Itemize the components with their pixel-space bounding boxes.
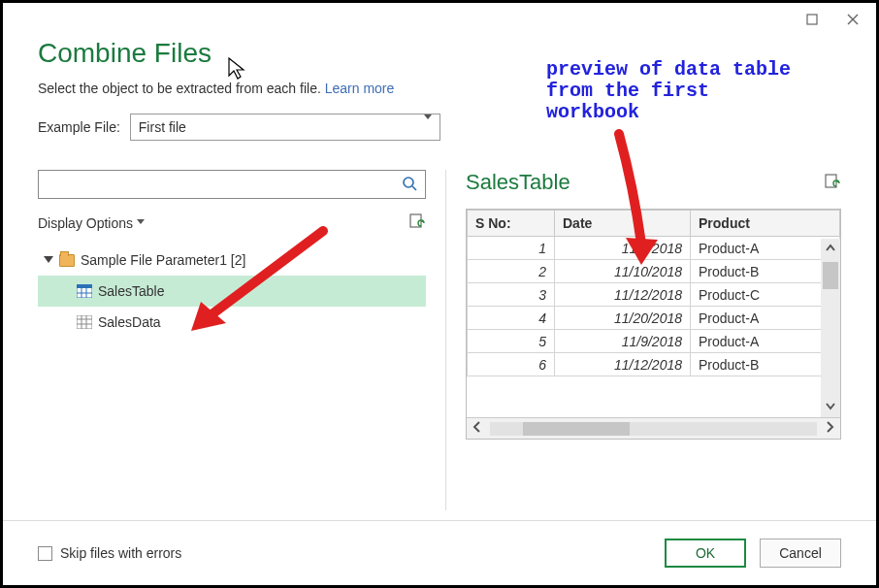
preview-header: SalesTable (466, 170, 841, 195)
example-file-dropdown[interactable]: First file (130, 114, 440, 141)
cell-product: Product-C (691, 283, 840, 307)
svg-rect-0 (807, 15, 817, 24)
table-row[interactable]: 111/6/2018Product-A (468, 237, 840, 260)
table-header-row: S No: Date Product (468, 211, 840, 237)
worksheet-icon (77, 315, 92, 329)
tree-item-label: SalesData (98, 314, 161, 330)
svg-rect-12 (77, 315, 92, 329)
cell-sno: 6 (468, 353, 555, 376)
cell-product: Product-A (691, 237, 840, 260)
table-row[interactable]: 311/12/2018Product-C (468, 283, 840, 307)
horizontal-scrollbar[interactable] (467, 417, 840, 439)
svg-point-3 (404, 178, 413, 187)
display-options-row: Display Options (38, 212, 426, 233)
cell-product: Product-B (691, 353, 840, 376)
cell-date: 11/6/2018 (555, 237, 691, 260)
learn-more-link[interactable]: Learn more (325, 81, 395, 96)
cell-sno: 3 (468, 283, 555, 307)
cell-date: 11/9/2018 (555, 330, 691, 353)
table-icon (77, 284, 92, 298)
maximize-button[interactable] (795, 7, 830, 32)
svg-line-4 (412, 186, 416, 190)
scroll-down-icon[interactable] (824, 400, 837, 415)
table-row[interactable]: 411/20/2018Product-A (468, 307, 840, 330)
dialog-titlebar (3, 3, 876, 32)
tree-item-label: SalesTable (98, 283, 165, 299)
footer-buttons: OK Cancel (665, 539, 841, 568)
checkbox-icon (38, 546, 52, 561)
refresh-icon[interactable] (408, 212, 426, 233)
scrollbar-track[interactable] (490, 422, 817, 436)
search-input[interactable] (47, 176, 402, 193)
left-pane: Display Options Sample File Parameter1 [… (38, 170, 426, 510)
tree-root[interactable]: Sample File Parameter1 [2] (38, 245, 426, 276)
cell-sno: 4 (468, 307, 555, 330)
cell-product: Product-B (691, 260, 840, 283)
display-options-label: Display Options (38, 215, 133, 231)
scroll-up-icon[interactable] (824, 241, 837, 256)
table-row[interactable]: 511/9/2018Product-A (468, 330, 840, 353)
combine-files-dialog: Combine Files Select the object to be ex… (0, 0, 879, 588)
search-icon (402, 176, 417, 194)
scrollbar-thumb[interactable] (823, 262, 838, 289)
skip-files-label: Skip files with errors (60, 545, 181, 561)
example-file-label: Example File: (38, 119, 120, 135)
col-header[interactable]: Product (691, 211, 840, 237)
subtitle-text: Select the object to be extracted from e… (38, 81, 325, 96)
cell-date: 11/12/2018 (555, 353, 691, 376)
display-options-button[interactable]: Display Options (38, 215, 145, 231)
dialog-footer: Skip files with errors OK Cancel (3, 520, 876, 585)
skip-files-checkbox[interactable]: Skip files with errors (38, 545, 181, 561)
preview-grid: S No: Date Product 111/6/2018Product-A21… (466, 209, 841, 440)
cell-date: 11/10/2018 (555, 260, 691, 283)
page-subtitle: Select the object to be extracted from e… (38, 81, 841, 96)
scroll-left-icon[interactable] (471, 420, 482, 438)
refresh-preview-icon[interactable] (824, 173, 841, 193)
tree-item-salestable[interactable]: SalesTable (38, 276, 426, 307)
tree-root-label: Sample File Parameter1 [2] (81, 252, 245, 268)
col-header[interactable]: S No: (468, 211, 555, 237)
ok-button[interactable]: OK (665, 539, 746, 568)
preview-table: S No: Date Product 111/6/2018Product-A21… (467, 210, 840, 376)
cell-sno: 1 (468, 237, 555, 260)
right-pane: SalesTable S No: Date Product (466, 170, 841, 510)
vertical-scrollbar[interactable] (821, 239, 840, 417)
search-box[interactable] (38, 170, 426, 199)
cell-date: 11/20/2018 (555, 307, 691, 330)
table-row[interactable]: 211/10/2018Product-B (468, 260, 840, 283)
cell-product: Product-A (691, 330, 840, 353)
main-split: Display Options Sample File Parameter1 [… (3, 170, 876, 520)
cell-sno: 2 (468, 260, 555, 283)
cell-product: Product-A (691, 307, 840, 330)
example-file-value: First file (139, 119, 186, 135)
svg-rect-8 (77, 284, 92, 288)
object-tree: Sample File Parameter1 [2] SalesTable Sa… (38, 245, 426, 338)
dialog-header: Combine Files Select the object to be ex… (3, 32, 876, 170)
page-title: Combine Files (38, 38, 841, 69)
example-file-row: Example File: First file (38, 114, 841, 141)
collapse-icon (44, 256, 53, 263)
pane-divider (445, 170, 446, 510)
close-button[interactable] (835, 7, 870, 32)
scroll-right-icon[interactable] (825, 420, 836, 438)
table-row[interactable]: 611/12/2018Product-B (468, 353, 840, 376)
cell-sno: 5 (468, 330, 555, 353)
col-header[interactable]: Date (555, 211, 691, 237)
cell-date: 11/12/2018 (555, 283, 691, 307)
tree-item-salesdata[interactable]: SalesData (38, 307, 426, 338)
cancel-button[interactable]: Cancel (760, 539, 841, 568)
chevron-down-icon (424, 119, 432, 135)
preview-title: SalesTable (466, 170, 570, 195)
chevron-down-icon (137, 219, 145, 224)
scrollbar-thumb[interactable] (523, 422, 630, 436)
folder-icon (59, 254, 75, 267)
